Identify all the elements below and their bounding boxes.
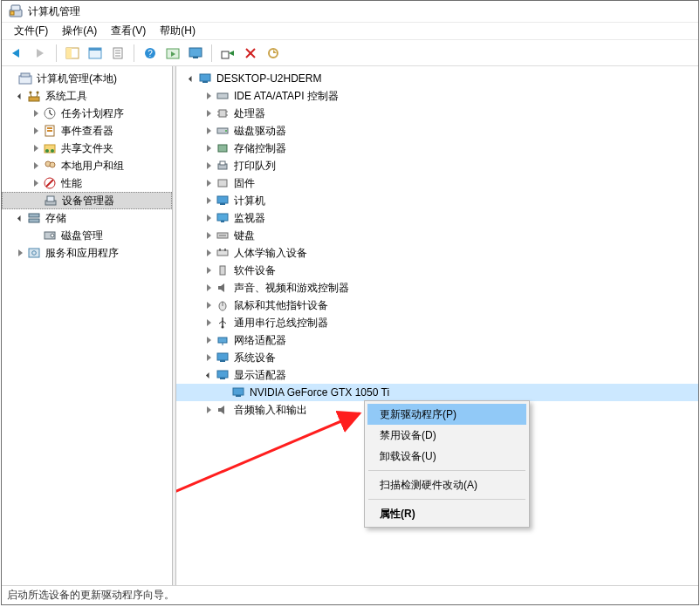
device-host[interactable]: DESKTOP-U2HDERM <box>176 70 698 87</box>
titlebar[interactable]: 计算机管理 <box>2 1 698 23</box>
svg-rect-89 <box>236 395 241 397</box>
svg-rect-87 <box>220 378 225 379</box>
scopetree-system-tools[interactable]: 系统工具 <box>2 87 172 105</box>
expander-icon[interactable] <box>202 145 215 152</box>
expander-icon[interactable] <box>30 145 42 152</box>
menu-view[interactable]: 查看(V) <box>106 22 151 40</box>
window-title: 计算机管理 <box>28 4 80 19</box>
toolbar-help-button[interactable]: ? <box>140 43 161 64</box>
expander-icon[interactable] <box>202 284 215 291</box>
scopetree[interactable]: 计算机管理(本地) 系统工具 任务计划程序 事件查看器 共享文件夹 <box>2 66 173 585</box>
speaker-icon <box>215 281 230 295</box>
device-hid[interactable]: 人体学输入设备 <box>176 244 698 262</box>
scopetree-task-scheduler[interactable]: 任务计划程序 <box>2 105 172 122</box>
expander-icon[interactable] <box>202 162 215 169</box>
expander-icon[interactable] <box>30 110 42 117</box>
toolbar-properties-button[interactable] <box>85 43 106 64</box>
expander-icon[interactable] <box>202 110 215 117</box>
expander-icon[interactable] <box>14 216 26 221</box>
scopetree-root[interactable]: 计算机管理(本地) <box>2 70 172 87</box>
toolbar: ? <box>2 40 698 66</box>
expander-icon[interactable] <box>202 337 215 344</box>
expander-icon[interactable] <box>202 92 215 99</box>
menu-action[interactable]: 操作(A) <box>57 22 102 40</box>
device-print-queues[interactable]: 打印队列 <box>176 157 698 174</box>
device-cpu[interactable]: 处理器 <box>176 105 698 122</box>
scopetree-device-manager[interactable]: 设备管理器 <box>2 192 172 209</box>
ctx-uninstall-device[interactable]: 卸载设备(U) <box>367 446 526 467</box>
device-sound[interactable]: 声音、视频和游戏控制器 <box>176 279 698 297</box>
expander-icon[interactable] <box>202 373 215 378</box>
performance-icon <box>42 176 58 190</box>
svg-point-28 <box>30 92 32 94</box>
svg-point-48 <box>51 234 54 237</box>
expander-icon[interactable] <box>202 406 215 413</box>
expander-icon[interactable] <box>30 180 42 187</box>
device-monitor[interactable]: 监视器 <box>176 209 698 227</box>
menu-file[interactable]: 文件(F) <box>9 22 53 40</box>
device-mouse[interactable]: 鼠标和其他指针设备 <box>176 297 698 314</box>
device-firmware[interactable]: 固件 <box>176 174 698 192</box>
toolbar-export-button[interactable] <box>107 43 128 64</box>
expander-icon[interactable] <box>30 162 42 169</box>
users-icon <box>42 159 58 173</box>
toolbar-extra1-button[interactable] <box>162 43 183 64</box>
expander-icon[interactable] <box>202 232 215 239</box>
cpu-icon <box>215 106 230 120</box>
scopetree-storage[interactable]: 存储 <box>2 209 172 227</box>
expander-icon[interactable] <box>185 77 197 81</box>
ctx-update-driver[interactable]: 更新驱动程序(P) <box>367 404 526 425</box>
device-disk-drives[interactable]: 磁盘驱动器 <box>176 122 698 140</box>
svg-rect-34 <box>47 127 52 129</box>
expander-icon[interactable] <box>202 267 215 274</box>
software-icon <box>215 263 230 277</box>
device-display-adapters[interactable]: 显示适配器 <box>176 366 698 384</box>
svg-rect-73 <box>224 249 226 251</box>
expander-icon[interactable] <box>202 197 215 204</box>
device-software[interactable]: 软件设备 <box>176 262 698 279</box>
toolbar-update-button[interactable] <box>263 43 284 64</box>
expander-icon[interactable] <box>30 127 42 134</box>
device-network[interactable]: 网络适配器 <box>176 331 698 349</box>
toolbar-forward-button[interactable] <box>30 43 51 64</box>
keyboard-icon <box>215 228 230 242</box>
svg-line-91 <box>176 413 360 550</box>
svg-rect-8 <box>89 48 101 51</box>
scopetree-services-apps[interactable]: 服务和应用程序 <box>2 244 172 262</box>
toolbar-display-button[interactable] <box>185 43 206 64</box>
device-ide[interactable]: IDE ATA/ATAPI 控制器 <box>176 87 698 105</box>
toolbar-scan-button[interactable] <box>217 43 238 64</box>
expander-icon[interactable] <box>202 127 215 134</box>
scopetree-event-viewer[interactable]: 事件查看器 <box>2 122 172 140</box>
expander-icon[interactable] <box>14 249 26 256</box>
scopetree-local-users[interactable]: 本地用户和组 <box>2 157 172 174</box>
svg-point-38 <box>51 149 54 153</box>
toolbar-uninstall-button[interactable] <box>240 43 261 64</box>
expander-icon[interactable] <box>14 94 26 99</box>
scopetree-shared-folders[interactable]: 共享文件夹 <box>2 140 172 157</box>
expander-icon[interactable] <box>202 215 215 222</box>
expander-icon[interactable] <box>202 354 215 361</box>
expander-icon[interactable] <box>202 180 215 187</box>
ctx-scan-hardware[interactable]: 扫描检测硬件改动(A) <box>367 474 526 495</box>
device-system[interactable]: 系统设备 <box>176 349 698 366</box>
expander-icon[interactable] <box>202 249 215 256</box>
toolbar-show-hide-button[interactable] <box>62 43 83 64</box>
device-storage-ctrl[interactable]: 存储控制器 <box>176 140 698 157</box>
menu-help[interactable]: 帮助(H) <box>154 22 201 40</box>
scopetree-performance[interactable]: 性能 <box>2 174 172 192</box>
ctx-properties[interactable]: 属性(R) <box>367 503 526 524</box>
device-gpu-nvidia[interactable]: NVIDIA GeForce GTX 1050 Ti <box>176 384 698 401</box>
svg-rect-45 <box>29 214 39 217</box>
device-computer[interactable]: 计算机 <box>176 192 698 209</box>
device-usb[interactable]: 通用串行总线控制器 <box>176 314 698 331</box>
device-tree[interactable]: DESKTOP-U2HDERM IDE ATA/ATAPI 控制器 处理器 磁盘… <box>176 66 698 585</box>
expander-icon[interactable] <box>202 319 215 326</box>
svg-marker-75 <box>218 283 224 292</box>
device-keyboard[interactable]: 键盘 <box>176 227 698 244</box>
svg-rect-64 <box>218 180 227 187</box>
ctx-disable-device[interactable]: 禁用设备(D) <box>367 425 526 446</box>
toolbar-back-button[interactable] <box>7 43 28 64</box>
scopetree-disk-management[interactable]: 磁盘管理 <box>2 227 172 244</box>
expander-icon[interactable] <box>202 302 215 309</box>
